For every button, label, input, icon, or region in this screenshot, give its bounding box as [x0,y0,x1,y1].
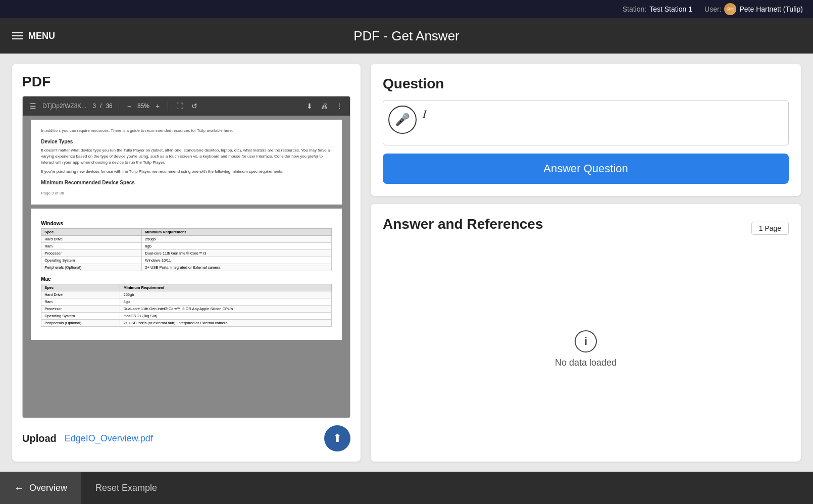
pdf-filename: DTjDp2fWZ8K... [42,103,86,110]
table-header-row: Spec Minimum Requirement [41,284,332,291]
reset-button[interactable]: Reset Example [81,472,171,504]
user-label: User: [704,5,721,13]
pdf-page-1: In addition, you can require resources. … [31,120,342,205]
pdf-rotate-button[interactable]: ↺ [189,101,199,111]
table-row: Ram8gb [41,298,332,306]
upload-filename: EdgeIO_Overview.pdf [65,433,316,444]
answer-question-button[interactable]: Answer Question [383,154,789,184]
top-bar: Station: Test Station 1 User: PH Pete Ha… [0,0,813,18]
pdf-body2: If you're purchasing new devices for use… [41,169,332,175]
header: MENU PDF - Get Answer [0,18,813,54]
table-row: ProcessorDual-core 11th Gen Intel® Core™… [41,250,332,257]
pdf-page-total: 36 [106,103,112,110]
pdf-zoom-level: 85% [137,103,149,110]
pdf-page-2: Windows Spec Minimum Requirement Hard Dr… [31,209,342,340]
pdf-page-separator: / [100,103,101,110]
pdf-section-device-types: Device Types [41,138,332,145]
pdf-page-current: 3 [92,103,96,110]
table-row: Hard Drive250gb [41,236,332,243]
windows-req-header: Minimum Requirement [142,229,331,236]
bottom-bar: ← Overview Reset Example [0,472,813,504]
pdf-more-button[interactable]: ⋮ [334,101,345,111]
pdf-panel: PDF ☰ DTjDp2fWZ8K... 3 / 36 − 85% + ⛶ ↺ … [12,64,361,462]
pdf-menu-icon[interactable]: ☰ [28,101,38,111]
answer-card-title: Answer and References [383,216,543,232]
pdf-zoom-out-button[interactable]: − [125,101,133,111]
table-row: Peripherals (Optional)2+ USB Ports (or e… [41,320,332,327]
no-data-text: No data loaded [555,358,617,368]
station-label: Station: [623,5,646,13]
overview-button[interactable]: ← Overview [0,472,81,504]
microphone-button[interactable]: 🎤 [388,106,417,134]
user-info: User: PH Pete Hartnett (Tulip) [704,3,803,15]
mac-req-header: Minimum Requirement [120,284,331,291]
pdf-divider [119,102,119,111]
answer-header: Answer and References 1 Page [383,216,789,240]
upload-bar: Upload EdgeIO_Overview.pdf ⬆ [22,425,350,451]
upload-label: Upload [22,433,57,444]
upload-button[interactable]: ⬆ [324,425,350,451]
menu-label: MENU [28,31,55,41]
pdf-body1: It doesn't matter what device type you r… [41,147,332,166]
overview-label: Overview [29,483,67,493]
pdf-divider2 [168,102,168,111]
pdf-fit-button[interactable]: ⛶ [174,101,185,111]
page-badge: 1 Page [751,222,789,235]
windows-spec-table: Spec Minimum Requirement Hard Drive250gb… [41,228,332,271]
upload-icon: ⬆ [333,432,342,445]
mac-spec-header: Spec [41,284,120,291]
back-arrow-icon: ← [14,482,24,494]
pdf-panel-title: PDF [22,74,350,90]
main-content: PDF ☰ DTjDp2fWZ8K... 3 / 36 − 85% + ⛶ ↺ … [0,54,813,472]
pdf-zoom-in-button[interactable]: + [154,101,162,111]
table-row: Ram8gb [41,243,332,250]
pdf-mac-title: Mac [41,276,332,282]
pdf-windows-title: Windows [41,221,332,226]
right-panel: Question 🎤 𝐼 Answer Question Answer and … [371,64,801,462]
pdf-viewer[interactable]: ☰ DTjDp2fWZ8K... 3 / 36 − 85% + ⛶ ↺ ⬇ 🖨 … [22,96,350,418]
station-value: Test Station 1 [649,5,692,13]
info-symbol: i [584,335,587,348]
user-name: Pete Hartnett (Tulip) [739,5,803,13]
station-info: Station: Test Station 1 [623,5,692,13]
table-row: Peripherals (Optional)2+ USB Ports, Inte… [41,264,332,271]
table-row: Operating SystemWindows 10/11 [41,257,332,264]
info-icon: i [575,330,597,352]
table-row: Hard Drive256gb [41,291,332,298]
mac-spec-table: Spec Minimum Requirement Hard Drive256gb… [41,284,332,327]
question-card: Question 🎤 𝐼 Answer Question [371,64,801,196]
pdf-print-button[interactable]: 🖨 [319,101,330,111]
table-row: Operating SystemmacOS 11 (Big Sur) [41,313,332,320]
pdf-download-button[interactable]: ⬇ [304,101,315,111]
microphone-icon: 🎤 [395,113,410,127]
question-input-area[interactable]: 🎤 𝐼 [383,100,789,145]
avatar-image: PH [724,3,736,15]
question-text-cursor: 𝐼 [423,109,426,120]
hamburger-icon [12,32,23,39]
pdf-page-number: Page 3 of 36 [41,190,332,196]
pdf-content: In addition, you can require resources. … [23,116,350,418]
page-title: PDF - Get Answer [353,28,460,44]
question-card-title: Question [383,76,789,92]
windows-spec-header: Spec [41,229,142,236]
no-data-area: i No data loaded [383,248,789,449]
avatar: PH [724,3,736,15]
table-row: ProcessorDual-core 11th Gen Intel® Core™… [41,306,332,313]
pdf-intro-text: In addition, you can require resources. … [41,128,332,134]
pdf-section-min-specs: Minimum Recommended Device Specs [41,179,332,186]
answer-card: Answer and References 1 Page i No data l… [371,204,801,462]
pdf-toolbar: ☰ DTjDp2fWZ8K... 3 / 36 − 85% + ⛶ ↺ ⬇ 🖨 … [23,96,350,116]
menu-button[interactable]: MENU [12,31,55,41]
table-header-row: Spec Minimum Requirement [41,229,332,236]
